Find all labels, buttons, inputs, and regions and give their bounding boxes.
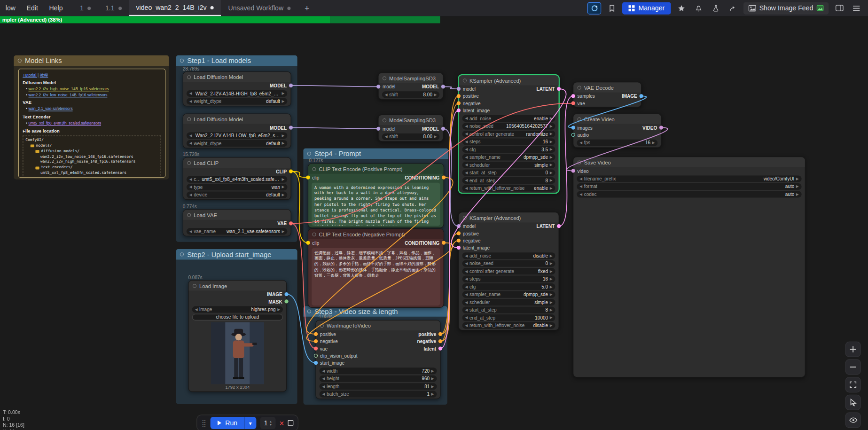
widget-start_at_step[interactable]: ◀start_at_step8▶	[462, 307, 555, 313]
slot-dot[interactable]	[557, 224, 561, 228]
node-header[interactable]: ModelSamplingSD3	[379, 73, 443, 83]
widget-value[interactable]: ◀Wan2_2-I2V-A14B-HIGH_fp8_e5m2_scaled_K.…	[187, 90, 287, 97]
decrement-arrow[interactable]: ◀	[465, 186, 468, 190]
slot-dot[interactable]	[289, 84, 293, 87]
decrement-arrow[interactable]: ◀	[189, 141, 192, 145]
slot-dot[interactable]	[457, 239, 461, 242]
increment-arrow[interactable]: ▶	[550, 140, 553, 144]
decrement-arrow[interactable]: ◀	[465, 124, 468, 128]
increment-arrow[interactable]: ▶	[550, 323, 553, 328]
input-slot-clip[interactable]: clip	[311, 175, 320, 180]
collapse-icon[interactable]	[187, 161, 191, 164]
decrement-arrow[interactable]: ◀	[189, 185, 192, 189]
increment-arrow[interactable]: ▶	[550, 186, 553, 190]
slot-dot[interactable]	[571, 169, 575, 172]
widget-value[interactable]: ◀Wan2_2-I2V-A14B-LOW_fp8_e5m2_scaled_KJ.…	[187, 133, 287, 139]
slot-dot[interactable]	[457, 94, 461, 98]
model-link[interactable]: umt5_xxl_fp8_e4m3fn_scaled.safetensors	[29, 121, 101, 125]
slot-dot[interactable]	[306, 241, 310, 244]
widget-noise_seed[interactable]: ◀noise_seed0▶	[462, 260, 555, 267]
node-header[interactable]: Load Image	[189, 281, 286, 290]
slot-dot[interactable]	[442, 241, 446, 244]
slot-dot[interactable]	[314, 361, 318, 365]
slot-dot[interactable]	[457, 224, 461, 228]
upload-button[interactable]: choose file to upload	[192, 314, 283, 321]
toggle-visibility-button[interactable]	[845, 413, 861, 428]
increment-arrow[interactable]: ▶	[550, 300, 553, 304]
input-slot-start_image[interactable]: start_image	[318, 360, 344, 366]
input-slot-clip[interactable]: clip	[311, 240, 320, 246]
increment-arrow[interactable]: ▶	[550, 315, 553, 320]
slot-dot[interactable]	[376, 85, 380, 88]
decrement-arrow[interactable]: ◀	[385, 134, 388, 139]
node-canvas[interactable]: Model LinksStep1 - Load modelsStep2 - Up…	[0, 0, 868, 430]
decrement-arrow[interactable]: ◀	[465, 178, 468, 182]
widget-cfg[interactable]: ◀cfg3.5▶	[462, 146, 555, 153]
node-header[interactable]: Load VAE	[183, 210, 291, 219]
workflow-tab-1-1[interactable]: 1.1	[98, 0, 129, 16]
decrement-arrow[interactable]: ◀	[465, 147, 468, 151]
node-header[interactable]: CLIP Text Encode (Positive Prompt)	[308, 164, 443, 174]
group-header[interactable]: Step1 - Load models	[176, 55, 297, 66]
increment-arrow[interactable]: ▶	[550, 155, 553, 159]
slot-dot[interactable]	[571, 125, 575, 129]
widget-weight_dtype[interactable]: ◀weight_dtypedefault▶	[187, 98, 287, 104]
collapse-icon[interactable]	[578, 86, 581, 89]
increment-arrow[interactable]: ▶	[550, 124, 553, 128]
increment-arrow[interactable]: ▶	[282, 141, 285, 145]
decrement-arrow[interactable]: ◀	[465, 253, 468, 258]
decrement-arrow[interactable]: ◀	[579, 141, 582, 145]
widget-steps[interactable]: ◀steps16▶	[462, 276, 555, 282]
node-clip[interactable]: Load CLIPCLIP◀clipumt5_xxl_fp8_e4m3fn_sc…	[183, 157, 291, 200]
slot-dot[interactable]	[314, 354, 318, 358]
increment-arrow[interactable]: ▶	[431, 384, 434, 388]
increment-arrow[interactable]: ▶	[282, 91, 285, 95]
decrement-arrow[interactable]: ◀	[189, 133, 192, 138]
slot-dot[interactable]	[557, 87, 561, 91]
output-slot-VIDEO[interactable]: VIDEO	[642, 125, 659, 131]
node-neg[interactable]: CLIP Text Encode (Negative Prompt)clipCO…	[308, 228, 444, 307]
node-msd2[interactable]: ModelSamplingSD3modelMODEL◀shift8.00▶	[378, 115, 444, 142]
hamburger-menu-icon[interactable]	[850, 2, 863, 14]
node-wan[interactable]: WanImageToVideopositivepositivenegativen…	[315, 320, 440, 399]
increment-arrow[interactable]: ▶	[431, 376, 434, 381]
node-ks2[interactable]: KSampler (Advanced)modelLATENTpositivene…	[458, 212, 559, 330]
slot-dot[interactable]	[289, 169, 293, 173]
node-vaedec[interactable]: VAE DecodesamplesIMAGEvae	[573, 82, 641, 107]
decrement-arrow[interactable]: ◀	[189, 91, 192, 95]
output-slot-CLIP[interactable]: CLIP	[276, 169, 288, 174]
drag-handle-icon[interactable]: ⣿	[202, 419, 206, 427]
slot-dot[interactable]	[457, 102, 461, 105]
collapse-icon[interactable]	[320, 324, 324, 328]
workflow-tab-active[interactable]: video_wan2_2_14B_i2v	[129, 0, 221, 16]
collapse-icon[interactable]	[312, 167, 316, 171]
workflow-tab-unsaved[interactable]: Unsaved Workflow	[221, 0, 298, 16]
slot-dot[interactable]	[314, 339, 318, 343]
decrement-arrow[interactable]: ◀	[195, 307, 198, 312]
decrement-arrow[interactable]: ◀	[465, 315, 468, 320]
widget-cfg[interactable]: ◀cfg5.0▶	[462, 283, 555, 290]
note-node-model-links[interactable]: Tutorial | 教程Diffusion Model• wan2.2_i2v…	[18, 69, 165, 178]
increment-arrow[interactable]: ▶	[550, 308, 553, 312]
input-slot-positive[interactable]: positive	[461, 93, 478, 99]
node-header[interactable]: Load Diffusion Model	[183, 72, 291, 82]
decrement-arrow[interactable]: ◀	[322, 384, 325, 388]
slot-dot[interactable]	[442, 175, 446, 179]
node-msd1[interactable]: ModelSamplingSD3modelMODEL◀shift8.00▶	[378, 72, 444, 100]
slot-dot[interactable]	[441, 85, 445, 88]
widget-type[interactable]: ◀typewan▶	[187, 184, 287, 190]
increment-arrow[interactable]: ▶	[282, 133, 285, 138]
widget-end_at_step[interactable]: ◀end_at_step10000▶	[462, 314, 555, 321]
node-header[interactable]: Load Diffusion Model	[183, 114, 291, 124]
decrement-arrow[interactable]: ◀	[465, 132, 468, 136]
select-mode-button[interactable]	[845, 395, 861, 410]
node-header[interactable]: WanImageToVideo	[316, 321, 440, 330]
widget-weight_dtype[interactable]: ◀weight_dtypedefault▶	[187, 140, 287, 147]
slot-dot[interactable]	[314, 332, 318, 336]
increment-arrow[interactable]: ▶	[282, 185, 285, 189]
output-slot-latent[interactable]: latent	[424, 346, 438, 352]
increment-arrow[interactable]: ▶	[277, 307, 280, 312]
widget-height[interactable]: ◀height960▶	[320, 375, 437, 382]
collapse-icon[interactable]	[463, 216, 467, 219]
increment-arrow[interactable]: ▶	[550, 132, 553, 136]
